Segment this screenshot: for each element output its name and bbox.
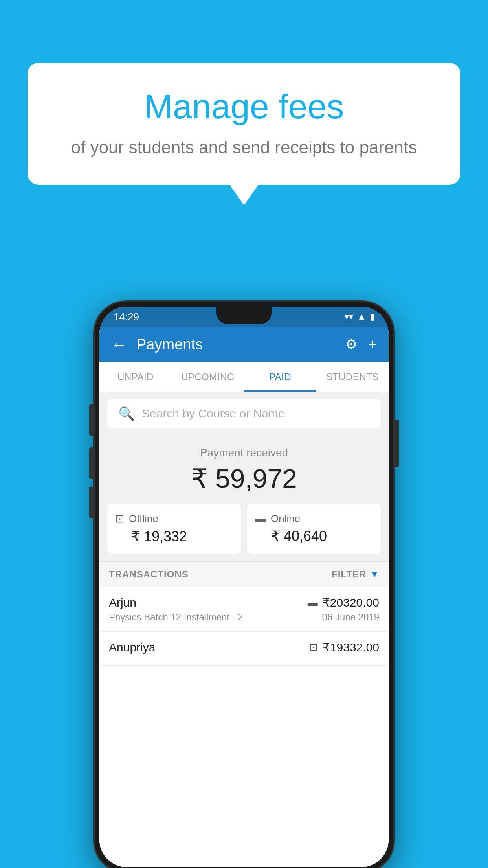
header-icons: ⚙ +	[345, 336, 377, 353]
status-time: 14:29	[114, 311, 139, 323]
search-icon: 🔍	[118, 406, 135, 421]
card-pay-icon: ▬	[308, 596, 318, 609]
add-icon[interactable]: +	[369, 336, 377, 353]
back-button[interactable]: ←	[111, 336, 127, 353]
tab-unpaid[interactable]: UNPAID	[99, 362, 172, 392]
phone-notch	[216, 307, 272, 324]
filter-button[interactable]: FILTER ▼	[332, 569, 379, 580]
speech-bubble: Manage fees of your students and send re…	[28, 63, 460, 185]
student-name-anupriya: Anupriya	[109, 641, 155, 654]
course-arjun: Physics Batch 12 Installment - 2	[109, 612, 243, 623]
payment-cards: ⊡ Offline ₹ 19,332 ▬ Online ₹ 40,640	[107, 504, 381, 554]
phone-frame: 14:29 ▾▾ ▲ ▮ ← Payments ⚙ + UNPAID UPCOM…	[95, 302, 393, 868]
offline-amount: ₹ 19,332	[115, 528, 233, 545]
amount-info-anupriya: ⊡ ₹19332.00	[309, 640, 379, 654]
tab-upcoming[interactable]: UPCOMING	[172, 362, 244, 392]
phone-screen: 14:29 ▾▾ ▲ ▮ ← Payments ⚙ + UNPAID UPCOM…	[99, 307, 389, 867]
search-bar-wrapper: 🔍 Search by Course or Name	[99, 392, 389, 435]
student-name-arjun: Arjun	[109, 596, 136, 609]
app-header: ← Payments ⚙ +	[99, 327, 389, 362]
transactions-list: Arjun ▬ ₹20320.00 Physics Batch 12 Insta…	[99, 587, 389, 867]
status-icons: ▾▾ ▲ ▮	[345, 312, 374, 322]
bubble-subtitle: of your students and send receipts to pa…	[59, 138, 429, 157]
offline-label: Offline	[129, 513, 158, 525]
offline-pay-icon: ⊡	[309, 641, 318, 653]
payment-summary: Payment received ₹ 59,972 ⊡ Offline ₹ 19…	[99, 435, 389, 561]
online-icon: ▬	[255, 512, 266, 525]
transaction-top-anupriya: Anupriya ⊡ ₹19332.00	[109, 640, 379, 654]
offline-icon: ⊡	[115, 512, 124, 525]
speech-bubble-wrapper: Manage fees of your students and send re…	[28, 63, 460, 185]
transaction-top-arjun: Arjun ▬ ₹20320.00	[109, 596, 379, 609]
date-arjun: 06 June 2019	[322, 612, 379, 623]
transaction-row: Anupriya ⊡ ₹19332.00	[99, 632, 389, 666]
bubble-title: Manage fees	[59, 86, 429, 127]
payment-total-amount: ₹ 59,972	[107, 463, 381, 494]
online-card-top: ▬ Online	[255, 512, 373, 525]
signal-icon: ▲	[357, 312, 366, 322]
tab-paid[interactable]: PAID	[244, 362, 316, 392]
wifi-icon: ▾▾	[345, 312, 353, 322]
amount-info-arjun: ▬ ₹20320.00	[308, 596, 379, 609]
settings-icon[interactable]: ⚙	[345, 336, 358, 353]
transactions-header: TRANSACTIONS FILTER ▼	[99, 561, 389, 587]
online-label: Online	[271, 513, 300, 525]
filter-icon: ▼	[370, 569, 379, 579]
amount-arjun: ₹20320.00	[323, 596, 379, 609]
search-input[interactable]: Search by Course or Name	[142, 407, 285, 420]
offline-card: ⊡ Offline ₹ 19,332	[107, 504, 241, 554]
filter-label: FILTER	[332, 569, 366, 580]
transaction-bottom-arjun: Physics Batch 12 Installment - 2 06 June…	[109, 612, 379, 623]
amount-anupriya: ₹19332.00	[323, 640, 379, 654]
tab-students[interactable]: STUDENTS	[316, 362, 389, 392]
online-card: ▬ Online ₹ 40,640	[247, 504, 381, 554]
offline-card-top: ⊡ Offline	[115, 512, 233, 525]
battery-icon: ▮	[370, 312, 374, 322]
transactions-label: TRANSACTIONS	[109, 569, 189, 580]
tabs: UNPAID UPCOMING PAID STUDENTS	[99, 362, 389, 392]
payment-received-label: Payment received	[107, 447, 381, 459]
search-bar[interactable]: 🔍 Search by Course or Name	[107, 399, 381, 428]
transaction-row: Arjun ▬ ₹20320.00 Physics Batch 12 Insta…	[99, 587, 389, 632]
online-amount: ₹ 40,640	[255, 528, 373, 544]
header-title: Payments	[136, 336, 345, 353]
